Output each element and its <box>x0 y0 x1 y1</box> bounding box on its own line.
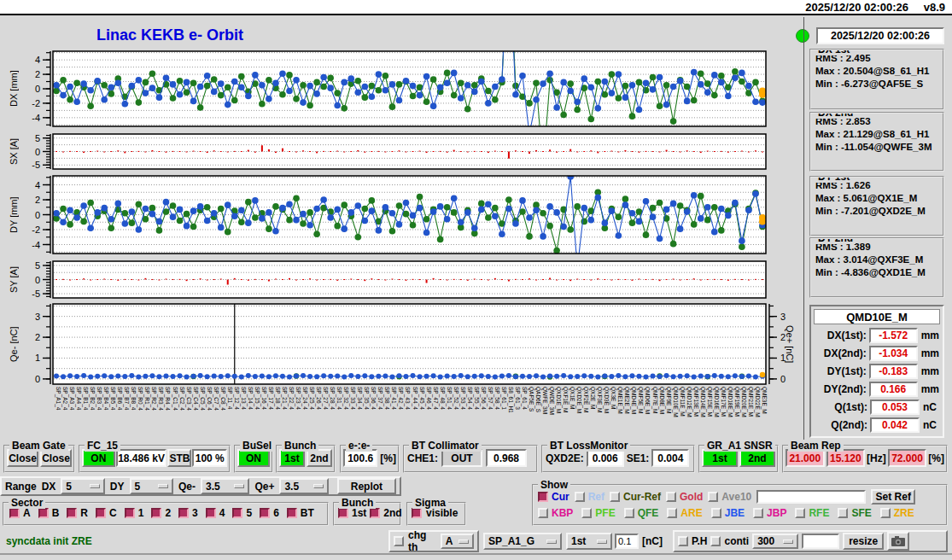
bpm-label: QMF5E_M <box>638 387 644 413</box>
bunch-view-dropdown[interactable]: 1st <box>566 533 612 550</box>
gr-a1-2nd-button[interactable]: 2nd <box>739 449 775 467</box>
bunch-2nd-button[interactable]: 2nd <box>307 449 332 467</box>
set-ref-button[interactable]: Set Ref <box>871 489 915 505</box>
show-JBE-checkbox[interactable] <box>711 508 721 518</box>
show-PFE-checkbox[interactable] <box>581 508 592 518</box>
resize-button[interactable]: resize <box>843 533 884 550</box>
range-dx-dropdown[interactable]: 5 <box>61 478 104 494</box>
show-option: KBP <box>538 507 573 519</box>
svg-text:3: 3 <box>780 312 786 322</box>
sector-item: BT <box>287 507 314 519</box>
show-option: ZRE <box>880 507 914 519</box>
gr-a1-1st-button[interactable]: 1st <box>702 449 738 467</box>
sector-A-label: A <box>23 507 31 519</box>
bpm-label: SP_41_4 <box>391 387 397 410</box>
show-JBP-checkbox[interactable] <box>753 508 763 518</box>
show-QFE-checkbox[interactable] <box>624 508 634 518</box>
bunch-1st-checkbox[interactable] <box>338 508 348 518</box>
sector-3-checkbox[interactable] <box>178 508 189 518</box>
status-message: syncdata init ZRE <box>6 535 92 547</box>
bpm-label: QMD12E_M <box>686 387 692 417</box>
points-dropdown[interactable]: 300 <box>752 534 798 549</box>
bpm-label: SP_B8_4 <box>131 387 137 410</box>
show-Ref-checkbox[interactable] <box>575 492 585 502</box>
sector-C-label: C <box>109 507 117 519</box>
show-SFE-checkbox[interactable] <box>838 508 848 518</box>
show-ZRE-checkbox[interactable] <box>880 508 891 518</box>
beam-gate-close1-button[interactable]: Close <box>7 449 38 467</box>
sx-chart: -505 <box>24 131 796 172</box>
range-qem-dropdown[interactable]: 3.5 <box>201 478 249 494</box>
sector-6-checkbox[interactable] <box>260 508 270 518</box>
show-KBP-checkbox[interactable] <box>538 508 548 518</box>
bunch-2nd-checkbox[interactable] <box>370 508 380 518</box>
threshold-input[interactable] <box>615 534 639 549</box>
svg-text:-4: -4 <box>32 113 40 123</box>
bpm-label: QAF5E_S <box>529 387 534 411</box>
che1-label: CHE1: <box>407 452 438 464</box>
sy-chart: -505 <box>24 259 796 300</box>
show-ARE-checkbox[interactable] <box>667 508 677 518</box>
show-option: PFE <box>581 507 615 519</box>
bpm-label: SP_61_1 <box>501 387 507 410</box>
bpm-label: SP_18_4 <box>275 387 281 410</box>
bpm-label: SP_C2_4 <box>179 387 185 411</box>
bpm-label: SP_A1_4 <box>55 387 61 410</box>
dropdown-dash-icon <box>597 540 607 544</box>
acquisition-panel: P.H conti 300 resize <box>673 530 948 552</box>
dropdown-dash-icon <box>313 484 324 488</box>
ph-checkbox[interactable] <box>678 536 688 546</box>
sy-axis-label: SY [A] <box>7 261 20 298</box>
bpm-label: SP_B4_4 <box>103 387 109 410</box>
busel-on-button[interactable]: ON <box>237 449 270 467</box>
show-Cur-Ref-checkbox[interactable] <box>610 492 620 502</box>
sector-2-checkbox[interactable] <box>151 508 161 518</box>
sector-4-checkbox[interactable] <box>206 508 216 518</box>
show-Cur-checkbox[interactable] <box>538 492 548 502</box>
bt-collimator-title: BT Collimator <box>409 440 482 452</box>
show-title: Show <box>538 479 570 491</box>
svg-text:2: 2 <box>35 195 40 205</box>
show-Gold-checkbox[interactable] <box>666 492 676 502</box>
sector-C-checkbox[interactable] <box>96 508 106 518</box>
chg-th-checkbox[interactable] <box>394 536 404 546</box>
sigma-title: Sigma <box>412 497 448 509</box>
conti-count-input[interactable] <box>802 534 839 549</box>
fc15-stb-button[interactable]: STB <box>167 449 191 467</box>
svg-text:0: 0 <box>35 147 40 157</box>
sector-1-checkbox[interactable] <box>125 508 135 518</box>
bpm-label: SP_38_4 <box>384 387 390 410</box>
show-KBP-label: KBP <box>552 507 573 519</box>
right-panel-divider <box>803 17 952 441</box>
fc15-group: FC_15 ON 18.486 kV STB 100 % <box>79 445 231 473</box>
range-qep-dropdown[interactable]: 3.5 <box>279 478 328 494</box>
show-ZRE-label: ZRE <box>894 507 914 519</box>
sector-B-checkbox[interactable] <box>38 508 49 518</box>
sector-item: R <box>67 507 88 519</box>
sector-item: C <box>96 507 117 519</box>
screenshot-button[interactable] <box>887 532 909 551</box>
beam-gate-close2-button[interactable]: Close <box>40 449 72 467</box>
beam-rep-hz-unit: [Hz] <box>867 452 886 464</box>
sector-A-checkbox[interactable] <box>9 508 20 518</box>
fc15-on-button[interactable]: ON <box>82 449 115 467</box>
set-ref-input[interactable] <box>756 490 866 504</box>
range-dy-dropdown[interactable]: 5 <box>130 478 173 494</box>
svg-text:-5: -5 <box>32 160 40 170</box>
bpm-label: SP_17_4 <box>268 387 274 410</box>
show-Ave10-checkbox[interactable] <box>708 492 718 502</box>
sector-group: Sector ABRC123456BT <box>3 502 329 526</box>
sector-BT-checkbox[interactable] <box>287 508 297 518</box>
replot-button[interactable]: Replot <box>337 478 396 494</box>
show-RFE-checkbox[interactable] <box>795 508 805 518</box>
chg-th-dropdown[interactable]: A <box>441 534 474 549</box>
threshold-unit: [nC] <box>642 535 663 547</box>
bpm-select-dropdown[interactable]: SP_A1_G <box>483 533 562 550</box>
bunch-1st-button[interactable]: 1st <box>279 449 305 467</box>
bpm-label: QMF17E_M <box>721 387 727 417</box>
sector-R-checkbox[interactable] <box>67 508 77 518</box>
sigma-visible-checkbox[interactable] <box>412 508 422 518</box>
qe-minus-axis-label: Qe- [nC] <box>7 304 20 384</box>
sector-5-checkbox[interactable] <box>232 508 242 518</box>
conti-checkbox[interactable] <box>710 536 721 546</box>
